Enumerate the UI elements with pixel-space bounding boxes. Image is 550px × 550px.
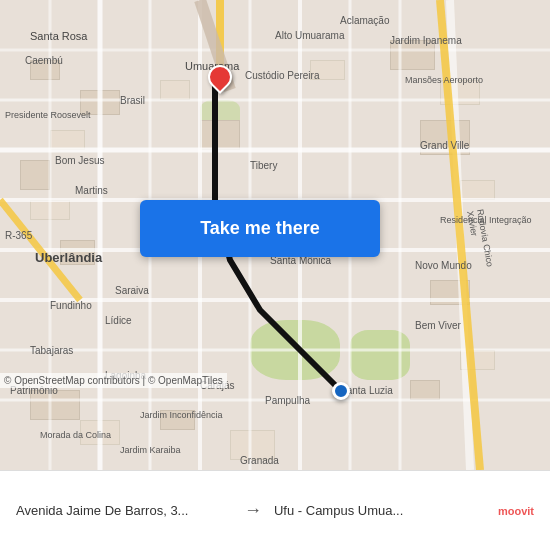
origin-text: Avenida Jaime De Barros, 3... [16,503,232,518]
label-jardim-inconfidencia: Jardim Inconfidência [140,410,223,420]
arrow-icon: → [244,500,262,521]
label-santa-rosa: Santa Rosa [30,30,87,42]
label-grand-ville: Grand Ville [420,140,469,151]
block-7 [160,80,190,100]
label-granada: Granada [240,455,279,466]
destination-text: Ufu - Campus Umua... [274,503,490,518]
block-5 [30,200,70,220]
label-jardim-karaiba: Jardim Karaiba [120,445,181,455]
label-caembu: Caembú [25,55,63,66]
label-tibery: Tibery [250,160,277,171]
label-novo-mundo: Novo Mundo [415,260,472,271]
origin-location: Avenida Jaime De Barros, 3... [16,503,232,518]
label-tabajaras: Tabajaras [30,345,73,356]
moovit-logo: moovit [498,505,534,517]
label-bom-jesus: Bom Jesus [55,155,104,166]
block-13 [460,180,495,200]
take-me-there-button[interactable]: Take me there [140,200,380,257]
destination-pin [208,65,232,91]
label-morada-da-colina: Morada da Colina [40,430,111,440]
block-8 [200,120,240,150]
label-bem-viver: Bem Viver [415,320,461,331]
label-saraiva: Saraiva [115,285,149,296]
block-4 [20,160,50,190]
copyright-text: © OpenStreetMap contributors | © OpenMap… [0,373,227,388]
label-martins: Martins [75,185,108,196]
block-14 [430,280,470,305]
park-area-2 [350,330,410,380]
destination-location: Ufu - Campus Umua... [274,503,490,518]
block-3 [50,130,85,150]
block-16 [410,380,440,400]
label-custodio-pereira: Custódio Pereira [245,70,319,81]
label-fundinho: Fundinho [50,300,92,311]
block-15 [460,350,495,370]
label-alto-umuarama: Alto Umuarama [275,30,344,41]
map-container: Santa Rosa Caembú Presidente Roosevelt B… [0,0,550,470]
label-brasil: Brasil [120,95,145,106]
label-uberlandia: Uberlândia [35,250,102,265]
label-jardim-ipanema: Jardim Ipanema [390,35,462,46]
label-presidente-roosevelt: Presidente Roosevelt [5,110,91,120]
origin-dot [332,382,350,400]
label-pr365: R-365 [5,230,32,241]
label-pampulha: Pampulha [265,395,310,406]
label-lidice: Lídice [105,315,132,326]
label-aclamacao: Aclamação [340,15,389,26]
bottom-bar: Avenida Jaime De Barros, 3... → Ufu - Ca… [0,470,550,550]
park-area-1 [250,320,340,380]
label-mansoes-aeroporto: Mansões Aeroporto [405,75,483,85]
